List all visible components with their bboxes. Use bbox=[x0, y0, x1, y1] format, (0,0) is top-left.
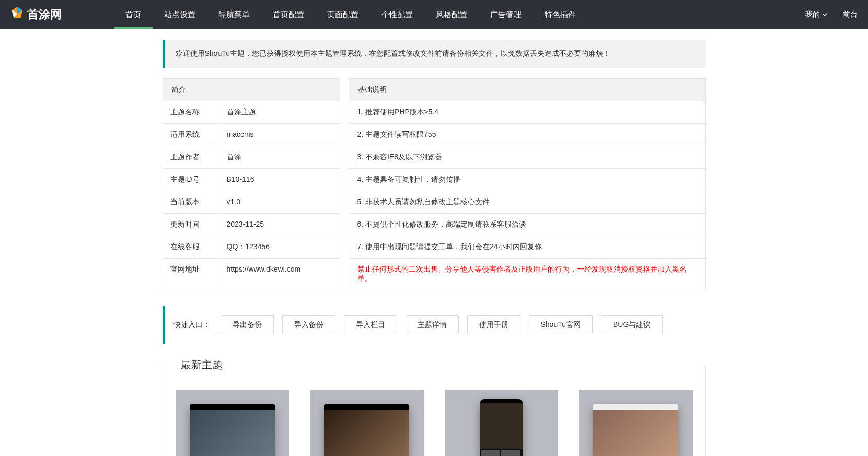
intro-panel: 简介 主题名称首涂主题适用系统maccms主题作者首涂主题ID号B10-116当… bbox=[163, 78, 340, 290]
nav-mine[interactable]: 我的 bbox=[805, 10, 827, 19]
logo-icon bbox=[10, 6, 27, 23]
theme-thumbnail bbox=[324, 404, 409, 456]
theme-thumbnail bbox=[593, 404, 678, 456]
nav-item-0[interactable]: 首页 bbox=[114, 0, 153, 29]
notes-row: 2. 主题文件读写权限755 bbox=[349, 124, 705, 146]
theme-thumbnail bbox=[480, 399, 523, 456]
nav-item-4[interactable]: 页面配置 bbox=[316, 0, 370, 29]
intro-value: maccms bbox=[219, 124, 340, 146]
notes-row: 4. 主题具备可复制性，请勿传播 bbox=[349, 169, 705, 191]
chevron-down-icon bbox=[822, 10, 827, 19]
intro-key: 当前版本 bbox=[163, 191, 219, 213]
intro-row: 官网地址https://www.dkewl.com bbox=[163, 259, 340, 280]
nav-item-6[interactable]: 风格配置 bbox=[424, 0, 479, 29]
brand-text: 首涂网 bbox=[27, 7, 62, 22]
notes-body: 1. 推荐使用PHP版本≥5.42. 主题文件读写权限7553. 不兼容IE8及… bbox=[349, 101, 705, 290]
welcome-banner: 欢迎使用ShouTu主题，您已获得授权使用本主题管理系统，在您配置或修改文件前请… bbox=[163, 40, 706, 68]
quick-btn-5[interactable]: ShouTu官网 bbox=[529, 315, 593, 334]
top-navbar: 首涂网 首页站点设置导航菜单首页配置页面配置个性配置风格配置广告管理特色插件 我… bbox=[0, 0, 868, 29]
intro-value: v1.0 bbox=[219, 191, 340, 213]
nav-item-1[interactable]: 站点设置 bbox=[153, 0, 207, 29]
intro-key: 更新时间 bbox=[163, 214, 219, 236]
notes-row: 6. 不提供个性化修改服务，高端定制请联系客服洽谈 bbox=[349, 214, 705, 236]
notes-row: 7. 使用中出现问题请提交工单，我们会在24小时内回复你 bbox=[349, 236, 705, 259]
notes-header: 基础说明 bbox=[349, 79, 705, 101]
intro-row: 适用系统maccms bbox=[163, 124, 340, 146]
intro-key: 主题作者 bbox=[163, 146, 219, 168]
intro-row: 在线客服QQ：123456 bbox=[163, 236, 340, 259]
intro-key: 在线客服 bbox=[163, 236, 219, 258]
info-section: 简介 主题名称首涂主题适用系统maccms主题作者首涂主题ID号B10-116当… bbox=[163, 78, 706, 290]
intro-body: 主题名称首涂主题适用系统maccms主题作者首涂主题ID号B10-116当前版本… bbox=[163, 101, 340, 280]
theme-grid bbox=[176, 390, 693, 456]
intro-row: 更新时间2023-11-25 bbox=[163, 214, 340, 236]
nav-mine-label: 我的 bbox=[805, 10, 820, 19]
nav-item-8[interactable]: 特色插件 bbox=[533, 0, 587, 29]
nav-frontend-label: 前台 bbox=[843, 10, 858, 19]
brand-logo[interactable]: 首涂网 bbox=[10, 6, 62, 23]
latest-themes: 最新主题 bbox=[163, 365, 706, 456]
intro-row: 主题名称首涂主题 bbox=[163, 101, 340, 124]
intro-value: 2023-11-25 bbox=[219, 214, 340, 236]
intro-row: 主题作者首涂 bbox=[163, 146, 340, 169]
theme-card-theme-dark[interactable] bbox=[176, 390, 290, 456]
notes-row: 5. 非技术人员请勿私自修改主题核心文件 bbox=[349, 191, 705, 214]
quick-btn-6[interactable]: BUG与建议 bbox=[601, 315, 663, 334]
quick-btn-3[interactable]: 主题详情 bbox=[406, 315, 459, 334]
quick-btn-2[interactable]: 导入栏目 bbox=[344, 315, 397, 334]
notes-row: 禁止任何形式的二次出售、分享他人等侵害作者及正版用户的行为，一经发现取消授权资格… bbox=[349, 259, 705, 290]
intro-value: 首涂 bbox=[219, 146, 340, 168]
intro-value: 首涂主题 bbox=[219, 101, 340, 123]
theme-card-theme-light[interactable] bbox=[579, 390, 693, 456]
nav-frontend[interactable]: 前台 bbox=[843, 10, 858, 19]
quick-btn-4[interactable]: 使用手册 bbox=[467, 315, 520, 334]
quick-btn-0[interactable]: 导出备份 bbox=[221, 315, 274, 334]
intro-value: B10-116 bbox=[219, 169, 340, 191]
nav-item-7[interactable]: 广告管理 bbox=[479, 0, 533, 29]
theme-card-theme-mobile[interactable] bbox=[445, 390, 559, 456]
nav-item-3[interactable]: 首页配置 bbox=[261, 0, 316, 29]
intro-key: 主题名称 bbox=[163, 101, 219, 123]
notes-panel: 基础说明 1. 推荐使用PHP版本≥5.42. 主题文件读写权限7553. 不兼… bbox=[349, 78, 706, 290]
theme-thumbnail bbox=[190, 404, 275, 456]
quick-entry: 快捷入口： 导出备份导入备份导入栏目主题详情使用手册ShouTu官网BUG与建议 bbox=[163, 306, 706, 344]
intro-key: 适用系统 bbox=[163, 124, 219, 146]
quick-btn-1[interactable]: 导入备份 bbox=[282, 315, 335, 334]
intro-value: https://www.dkewl.com bbox=[219, 259, 340, 280]
intro-header: 简介 bbox=[163, 79, 340, 101]
intro-row: 当前版本v1.0 bbox=[163, 191, 340, 214]
notes-row: 3. 不兼容IE8及以下浏览器 bbox=[349, 146, 705, 169]
welcome-text: 欢迎使用ShouTu主题，您已获得授权使用本主题管理系统，在您配置或修改文件前请… bbox=[176, 49, 611, 57]
latest-title: 最新主题 bbox=[176, 358, 228, 372]
intro-key: 主题ID号 bbox=[163, 169, 219, 191]
nav-right: 我的 前台 bbox=[805, 10, 858, 19]
intro-row: 主题ID号B10-116 bbox=[163, 169, 340, 191]
quick-label: 快捷入口： bbox=[173, 320, 210, 330]
theme-card-theme-player[interactable] bbox=[310, 390, 424, 456]
intro-key: 官网地址 bbox=[163, 259, 219, 280]
nav-item-5[interactable]: 个性配置 bbox=[370, 0, 424, 29]
nav-items: 首页站点设置导航菜单首页配置页面配置个性配置风格配置广告管理特色插件 bbox=[114, 0, 805, 29]
intro-value: QQ：123456 bbox=[219, 236, 340, 258]
notes-row: 1. 推荐使用PHP版本≥5.4 bbox=[349, 101, 705, 124]
nav-item-2[interactable]: 导航菜单 bbox=[207, 0, 261, 29]
